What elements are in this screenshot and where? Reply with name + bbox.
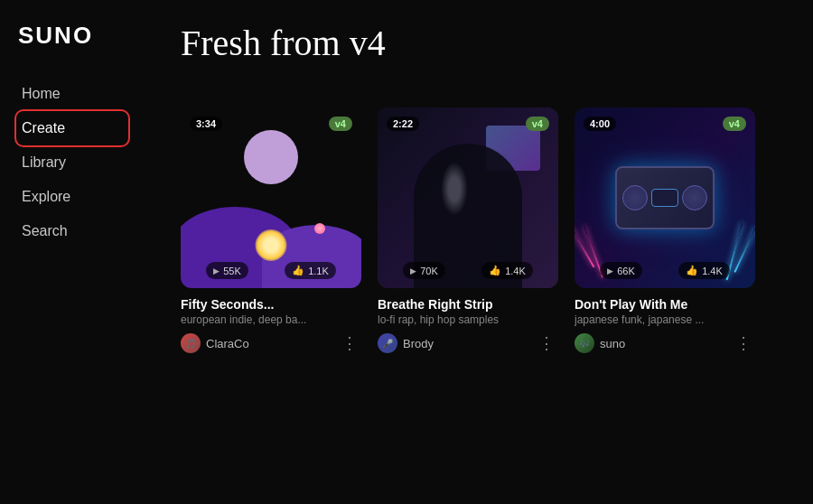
duration-badge-1: 2:22: [387, 117, 419, 131]
author-row-2: 🎶 suno ⋮: [575, 333, 755, 353]
avatar-1: 🎤: [378, 333, 397, 353]
card-genre-2: japanese funk, japanese ...: [575, 313, 755, 326]
song-card-0[interactable]: 3:34 v4 ▶ 55K 👍 1.1K Fifty Seconds... eu…: [181, 107, 361, 353]
version-badge-2: v4: [723, 117, 746, 131]
stats-row-2: ▶ 66K 👍 1.4K: [575, 262, 755, 279]
sidebar-item-create[interactable]: Create: [18, 113, 126, 144]
smoke-decoration: [441, 162, 468, 216]
duration-badge-2: 4:00: [584, 117, 616, 131]
sidebar: SUNO Home Create Library Explore Search: [0, 0, 163, 504]
app-logo: SUNO: [18, 22, 163, 50]
sidebar-item-explore[interactable]: Explore: [18, 182, 126, 212]
avatar-0: 🎵: [181, 333, 201, 353]
likes-badge-0: 👍 1.1K: [285, 262, 336, 279]
likes-badge-2: 👍 1.4K: [678, 262, 730, 279]
arrow-indicator: [163, 0, 190, 13]
likes-badge-1: 👍 1.4K: [481, 262, 533, 279]
more-button-2[interactable]: ⋮: [732, 333, 755, 353]
author-name-0: ClaraCo: [206, 337, 249, 350]
more-button-1[interactable]: ⋮: [535, 333, 558, 353]
cards-container: 3:34 v4 ▶ 55K 👍 1.1K Fifty Seconds... eu…: [181, 107, 791, 353]
plays-badge-0: ▶ 55K: [206, 262, 248, 279]
sidebar-item-search[interactable]: Search: [18, 216, 126, 247]
song-card-1[interactable]: 2:22 v4 ▶ 70K 👍 1.4K Breathe Right Strip…: [378, 107, 558, 353]
more-button-0[interactable]: ⋮: [338, 333, 361, 353]
plays-badge-1: ▶ 70K: [403, 262, 445, 279]
like-icon-0: 👍: [292, 265, 304, 276]
moon-decoration: [244, 130, 298, 184]
version-badge-0: v4: [329, 117, 352, 131]
card-title-2: Don't Play With Me: [575, 297, 755, 312]
card-thumbnail-2: 4:00 v4 ▶ 66K 👍 1.4K: [575, 107, 755, 288]
page-title: Fresh from v4: [181, 22, 386, 64]
main-content: Fresh from v4: [163, 0, 813, 504]
author-info-0: 🎵 ClaraCo: [181, 333, 249, 353]
sun-decoration: [256, 229, 287, 261]
orb-decoration: [314, 223, 325, 234]
sidebar-item-home[interactable]: Home: [18, 79, 126, 109]
boombox-decoration: [615, 166, 715, 229]
boombox-speaker-right: [682, 185, 707, 210]
sidebar-item-library[interactable]: Library: [18, 147, 126, 178]
plays-badge-2: ▶ 66K: [600, 262, 642, 279]
version-badge-1: v4: [526, 117, 549, 131]
like-icon-2: 👍: [686, 265, 698, 276]
author-info-1: 🎤 Brody: [378, 333, 434, 353]
badge-row-1: 2:22 v4: [378, 117, 558, 131]
play-icon-2: ▶: [607, 266, 613, 275]
song-card-2[interactable]: 4:00 v4 ▶ 66K 👍 1.4K Don't Play With Me …: [575, 107, 755, 353]
card-genre-1: lo-fi rap, hip hop samples: [378, 313, 558, 326]
avatar-2: 🎶: [575, 333, 594, 353]
sidebar-nav: Home Create Library Explore Search: [18, 79, 163, 250]
like-icon-1: 👍: [489, 265, 501, 276]
card-genre-0: european indie, deep ba...: [181, 313, 361, 326]
card-title-0: Fifty Seconds...: [181, 297, 361, 312]
play-icon-0: ▶: [213, 266, 220, 275]
author-info-2: 🎶 suno: [575, 333, 625, 353]
duration-badge-0: 3:34: [190, 117, 222, 131]
author-name-1: Brody: [403, 337, 434, 350]
author-row-1: 🎤 Brody ⋮: [378, 333, 558, 353]
stats-row-0: ▶ 55K 👍 1.1K: [181, 262, 361, 279]
stats-row-1: ▶ 70K 👍 1.4K: [378, 262, 558, 279]
boombox-speaker-left: [622, 185, 648, 210]
play-icon-1: ▶: [410, 266, 416, 275]
badge-row-0: 3:34 v4: [181, 117, 361, 131]
boombox-center: [651, 189, 678, 207]
author-name-2: suno: [600, 337, 625, 350]
badge-row-2: 4:00 v4: [575, 117, 755, 131]
author-row-0: 🎵 ClaraCo ⋮: [181, 333, 361, 353]
card-title-1: Breathe Right Strip: [378, 297, 558, 312]
card-thumbnail-0: 3:34 v4 ▶ 55K 👍 1.1K: [181, 107, 361, 288]
card-thumbnail-1: 2:22 v4 ▶ 70K 👍 1.4K: [378, 107, 558, 288]
